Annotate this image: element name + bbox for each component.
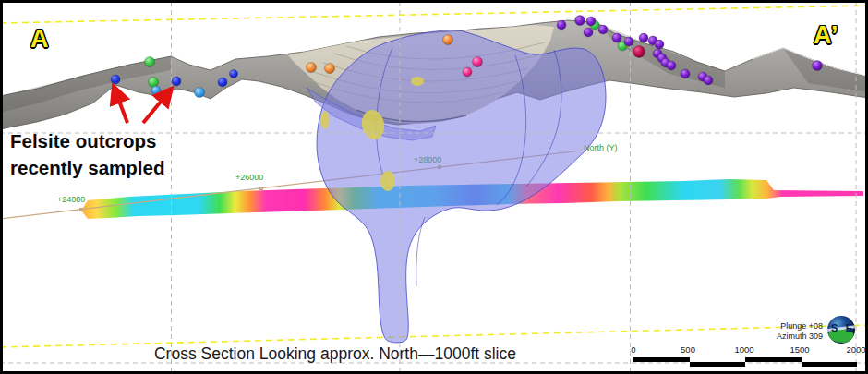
collar-dot-crimson — [633, 46, 645, 58]
axis-label-26000: +26000 — [235, 173, 263, 182]
axis-tick-26000 — [259, 187, 263, 190]
collar-dot-orange — [307, 63, 317, 73]
scale-label-1000: 1000 — [734, 344, 753, 355]
collar-dot-lightblue — [151, 86, 161, 95]
collar-dot-purple — [598, 25, 608, 34]
collar-dot-lightblue — [195, 88, 205, 98]
azimuth-value: Azimuth 309 — [741, 332, 823, 342]
scale-segment-2 — [690, 362, 746, 367]
felsite-annotation-line1: Felsite outcrops — [10, 127, 165, 154]
collar-dot-purple — [612, 33, 621, 42]
collar-dot-purple — [813, 61, 823, 71]
orientation-globe-icon[interactable]: S E — [827, 316, 855, 344]
axis-tick-24000 — [79, 208, 83, 211]
scale-label-0: 0 — [631, 344, 635, 355]
collar-dot-purple — [575, 16, 585, 26]
view-orientation-info: Plunge +08 Azimuth 309 — [741, 321, 823, 342]
collar-dot-purple — [704, 76, 713, 85]
felsite-annotation-line2: recently sampled — [10, 154, 165, 181]
collar-dot-orange — [443, 35, 453, 45]
globe-letter-e: E — [846, 322, 852, 333]
globe-letter-s: S — [831, 322, 838, 333]
scale-label-1500: 1500 — [790, 344, 809, 355]
collar-dot-blue — [172, 77, 181, 86]
scale-segment-3 — [745, 357, 802, 362]
collar-dot-blue — [230, 70, 238, 78]
scale-label-500: 500 — [681, 344, 695, 355]
axis-label-24000: +24000 — [57, 195, 85, 204]
felsite-arrow-left — [115, 89, 127, 123]
scale-segment-1 — [633, 357, 690, 362]
collar-dot-green — [145, 57, 155, 67]
collar-dot-purple — [557, 20, 566, 30]
section-line-top — [0, 6, 868, 23]
collar-dot-purple — [624, 37, 633, 46]
section-label-a: A — [30, 25, 50, 54]
collar-dot-purple — [639, 33, 648, 42]
collar-dot-purple — [584, 28, 593, 37]
collar-dot-purple — [681, 69, 690, 78]
felsite-annotation: Felsite outcrops recently sampled — [10, 127, 165, 181]
collar-dot-purple — [655, 40, 664, 49]
cross-section-view: +24000 +26000 +28000 North (Y) — [0, 0, 868, 374]
scale-label-2000: 2000 — [846, 344, 865, 355]
plunge-value: Plunge +08 — [741, 321, 823, 332]
collar-dot-purple — [667, 61, 676, 70]
scene-canvas[interactable]: +24000 +26000 +28000 North (Y) — [0, 0, 868, 374]
collar-dot-purple — [586, 17, 596, 26]
collar-dot-blue — [111, 75, 120, 84]
collar-dot-pink — [463, 67, 472, 77]
scale-segment-4 — [802, 362, 858, 367]
collar-dot-pink — [473, 57, 483, 67]
caption: Cross Section Looking approx. North—1000… — [114, 344, 557, 364]
collar-dot-orange — [325, 64, 335, 74]
collar-dot-blue — [218, 78, 227, 87]
section-label-a-prime: A’ — [814, 21, 839, 50]
